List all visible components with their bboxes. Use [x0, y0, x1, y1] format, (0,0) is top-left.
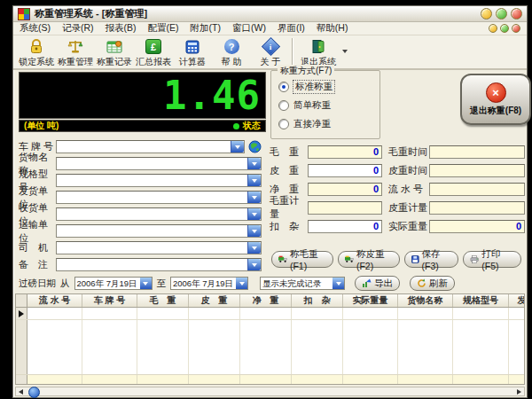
- date-filter-label: 过磅日期: [19, 278, 56, 290]
- truck-icon: [278, 254, 287, 264]
- minimize-button[interactable]: [481, 8, 492, 20]
- table-row[interactable]: [16, 308, 524, 320]
- deduction-row: 扣 杂 0 实际重量 0: [270, 219, 525, 233]
- summary-report-button[interactable]: £ 汇总报表: [134, 37, 173, 68]
- net-weight-field[interactable]: 0: [308, 183, 382, 196]
- col-gross[interactable]: 毛 重: [137, 294, 189, 307]
- shipper-combo[interactable]: [56, 191, 262, 204]
- about-icon: i: [261, 37, 279, 56]
- status-label: 状态: [243, 120, 261, 132]
- chevron-down-icon[interactable]: [231, 141, 244, 153]
- radio-simple-weigh[interactable]: 简单称重: [278, 99, 331, 112]
- exit-door-icon: [311, 38, 325, 55]
- calculator-button[interactable]: 计算器: [173, 37, 212, 68]
- menu-system[interactable]: 系统(S): [20, 22, 51, 35]
- menu-window[interactable]: 窗口(W): [232, 22, 266, 35]
- driver-combo[interactable]: [56, 241, 262, 254]
- tare-meter-field[interactable]: [429, 201, 525, 215]
- scrollbar-thumb[interactable]: [28, 387, 40, 398]
- col-net[interactable]: 净 重: [240, 294, 292, 307]
- close-button[interactable]: [511, 8, 522, 20]
- menu-reports[interactable]: 报表(B): [106, 22, 137, 35]
- from-label: 从: [60, 278, 70, 290]
- menu-help[interactable]: 帮助(H): [317, 22, 348, 35]
- radio-direct-net[interactable]: 直接净重: [278, 118, 331, 130]
- chevron-down-icon[interactable]: [236, 278, 247, 289]
- help-button[interactable]: ? 帮 助: [212, 37, 251, 68]
- col-shipper[interactable]: 发货单位: [509, 294, 525, 307]
- refresh-button[interactable]: 刷新: [410, 276, 455, 291]
- toolbar-overflow-caret-icon[interactable]: [342, 50, 348, 53]
- remark-combo[interactable]: [56, 258, 262, 271]
- lock-system-button[interactable]: 锁定系统: [17, 37, 56, 68]
- scale-icon: [67, 38, 83, 55]
- date-to-combo[interactable]: 2006年 7月19日: [170, 277, 248, 290]
- exit-weigh-button[interactable]: × 退出称重(F8): [460, 74, 531, 125]
- gross-weight-field[interactable]: 0: [308, 145, 382, 159]
- scroll-right-arrow-icon[interactable]: [514, 387, 524, 395]
- about-button[interactable]: i 关 于: [251, 37, 290, 68]
- table-empty-area: [16, 320, 524, 375]
- scroll-left-arrow-icon[interactable]: [16, 387, 26, 395]
- serial-number-field[interactable]: [429, 183, 525, 196]
- chevron-down-icon[interactable]: [247, 259, 261, 270]
- col-goods[interactable]: 货物名称: [398, 294, 453, 307]
- transporter-combo[interactable]: [56, 224, 262, 238]
- radio-standard-weigh[interactable]: 标准称重: [278, 81, 334, 93]
- col-tare[interactable]: 皮 重: [189, 294, 240, 307]
- chevron-down-icon[interactable]: [247, 242, 261, 254]
- chevron-down-icon[interactable]: [247, 175, 261, 186]
- child-close-button[interactable]: [512, 24, 520, 33]
- weigh-gross-button[interactable]: 称毛重 (F1): [271, 251, 333, 268]
- receiver-value: [57, 208, 247, 220]
- child-minimize-button[interactable]: [489, 24, 497, 33]
- window-title: 称重管理系统 - [称重管理]: [35, 7, 147, 20]
- print-button[interactable]: 打印 (F5): [463, 251, 521, 268]
- chevron-down-icon[interactable]: [332, 278, 344, 289]
- weigh-manage-button[interactable]: 称重管理: [56, 37, 95, 68]
- show-filter-combo[interactable]: 显示未完成记录: [260, 277, 345, 290]
- tare-weight-field[interactable]: 0: [308, 164, 382, 177]
- unit-label: (单位 吨): [24, 120, 59, 132]
- shipper-value: [57, 192, 247, 203]
- toolbar-label: 称重记录: [97, 56, 132, 68]
- plate-lookup-button[interactable]: [247, 140, 262, 154]
- transporter-row: 运输单位: [19, 224, 262, 238]
- chevron-down-icon[interactable]: [247, 158, 261, 169]
- chevron-down-icon[interactable]: [247, 192, 261, 203]
- desktop: 称重管理系统 - [称重管理] 系统(S) 记录(R) 报表(B) 配置(E) …: [0, 0, 532, 399]
- maximize-button[interactable]: [496, 8, 507, 20]
- menu-config[interactable]: 配置(E): [148, 22, 179, 35]
- plate-number-combo[interactable]: [56, 140, 245, 153]
- weigh-tare-button[interactable]: 称皮重 (F2): [338, 251, 400, 268]
- col-serial[interactable]: 流 水 号: [27, 294, 82, 307]
- weigh-records-button[interactable]: 称重记录: [95, 37, 134, 68]
- deduction-field[interactable]: 0: [308, 220, 382, 233]
- save-button[interactable]: 保存 (F3): [404, 251, 458, 268]
- red-x-icon: ×: [486, 82, 506, 103]
- tare-time-field[interactable]: [429, 164, 525, 177]
- chevron-down-icon[interactable]: [247, 225, 261, 237]
- col-deduct[interactable]: 扣 杂: [292, 294, 343, 307]
- chevron-down-icon[interactable]: [140, 278, 152, 289]
- goods-name-combo[interactable]: [56, 157, 262, 170]
- menu-extra[interactable]: 附加(T): [191, 22, 221, 35]
- date-from-combo[interactable]: 2006年 7月19日: [74, 277, 153, 290]
- weight-led-display: 1.46: [19, 72, 266, 119]
- receiver-combo[interactable]: [56, 207, 262, 221]
- gross-time-field[interactable]: [429, 145, 525, 159]
- export-button[interactable]: 导出: [355, 276, 400, 291]
- child-restore-button[interactable]: [500, 24, 509, 33]
- menu-ui[interactable]: 界面(I): [278, 22, 305, 35]
- col-spec[interactable]: 规格型号: [453, 294, 509, 307]
- gross-meter-field[interactable]: [308, 201, 382, 215]
- exit-system-button[interactable]: 退出系统: [296, 37, 340, 68]
- spec-model-combo[interactable]: [56, 174, 262, 187]
- actual-weight-field[interactable]: 0: [429, 220, 525, 233]
- horizontal-scrollbar[interactable]: [15, 387, 525, 396]
- menu-records[interactable]: 记录(R): [62, 22, 94, 35]
- chevron-down-icon[interactable]: [247, 208, 261, 220]
- weigh-mode-group: 称重方式(F7) 标准称重 简单称重 直接净重: [270, 70, 380, 139]
- col-actual[interactable]: 实际重量: [343, 294, 398, 307]
- col-plate[interactable]: 车 牌 号: [82, 294, 137, 307]
